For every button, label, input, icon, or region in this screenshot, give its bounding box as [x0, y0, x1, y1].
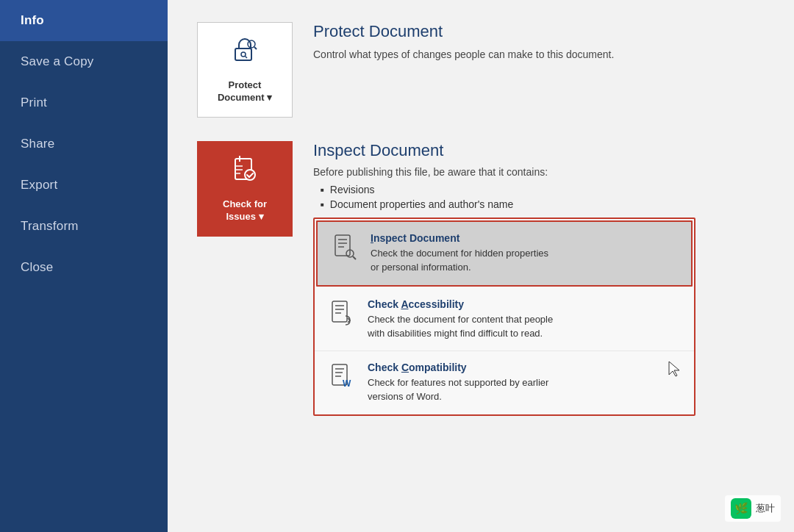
protect-document-desc: Control what types of changes people can… [313, 47, 765, 62]
sidebar-item-print[interactable]: Print [0, 82, 168, 123]
check-issues-dropdown: Inspect Document Check the document for … [313, 218, 695, 416]
compatibility-item-desc: Check for features not supported by earl… [368, 376, 681, 404]
dropdown-item-inspect[interactable]: Inspect Document Check the document for … [316, 220, 693, 287]
protect-document-icon [229, 35, 260, 75]
protect-document-title: Protect Document [313, 22, 765, 41]
check-issues-label: Check forIssues ▾ [223, 198, 267, 223]
sidebar-item-export[interactable]: Export [0, 165, 168, 206]
svg-point-1 [241, 52, 246, 57]
accessibility-item-desc: Check the document for content that peop… [368, 313, 681, 341]
protect-section: ProtectDocument ▾ Protect Document Contr… [197, 22, 765, 118]
svg-line-9 [353, 256, 356, 259]
protect-document-label: ProtectDocument ▾ [218, 79, 272, 104]
sidebar-item-close[interactable]: Close [0, 247, 168, 288]
check-issues-icon [229, 154, 260, 194]
inspect-document-desc: Before publishing this file, be aware th… [313, 166, 765, 178]
inspect-document-item-title: Inspect Document [371, 232, 678, 244]
protect-document-text: Protect Document Control what types of c… [313, 22, 765, 62]
check-issues-section: Check forIssues ▾ Inspect Document Befor… [197, 141, 765, 416]
bullet-properties: Document properties and author's name [321, 198, 765, 210]
inspect-document-text: Inspect Document Check the document for … [371, 232, 678, 275]
bullet-revisions: Revisions [321, 184, 765, 195]
compatibility-item-title: Check Compatibility [368, 362, 681, 373]
sidebar-item-info[interactable]: Info [0, 0, 168, 41]
svg-rect-7 [335, 235, 350, 256]
svg-text:W: W [343, 378, 351, 389]
compatibility-text: Check Compatibility Check for features n… [368, 362, 681, 404]
sidebar-item-share[interactable]: Share [0, 123, 168, 165]
watermark-text: 葱叶 [756, 502, 775, 515]
watermark: 🌿 葱叶 [725, 495, 781, 522]
svg-line-4 [254, 47, 257, 49]
inspect-document-container: Inspect Document Before publishing this … [313, 141, 765, 416]
dropdown-item-accessibility[interactable]: Check Accessibility Check the document f… [315, 288, 694, 352]
accessibility-text: Check Accessibility Check the document f… [368, 298, 681, 341]
accessibility-item-title: Check Accessibility [368, 298, 681, 310]
inspect-document-item-desc: Check the document for hidden properties… [371, 247, 678, 275]
protect-document-button[interactable]: ProtectDocument ▾ [197, 22, 293, 118]
check-issues-button[interactable]: Check forIssues ▾ [197, 141, 293, 237]
sidebar: Info Save a Copy Print Share Export Tran… [0, 0, 168, 532]
inspect-document-icon [331, 234, 360, 265]
check-compatibility-icon: W [328, 363, 357, 395]
inspect-bullets: Revisions Document properties and author… [321, 184, 765, 210]
svg-line-2 [246, 57, 248, 59]
inspect-document-title: Inspect Document [313, 141, 765, 160]
main-content: ProtectDocument ▾ Protect Document Contr… [168, 0, 794, 532]
check-accessibility-icon [328, 300, 357, 331]
watermark-icon: 🌿 [731, 498, 751, 519]
svg-rect-0 [235, 48, 251, 60]
svg-rect-10 [332, 301, 347, 322]
sidebar-item-save-copy[interactable]: Save a Copy [0, 41, 168, 82]
dropdown-item-compatibility[interactable]: W Check Compatibility Check for features… [315, 351, 694, 414]
sidebar-item-transform[interactable]: Transform [0, 206, 168, 247]
